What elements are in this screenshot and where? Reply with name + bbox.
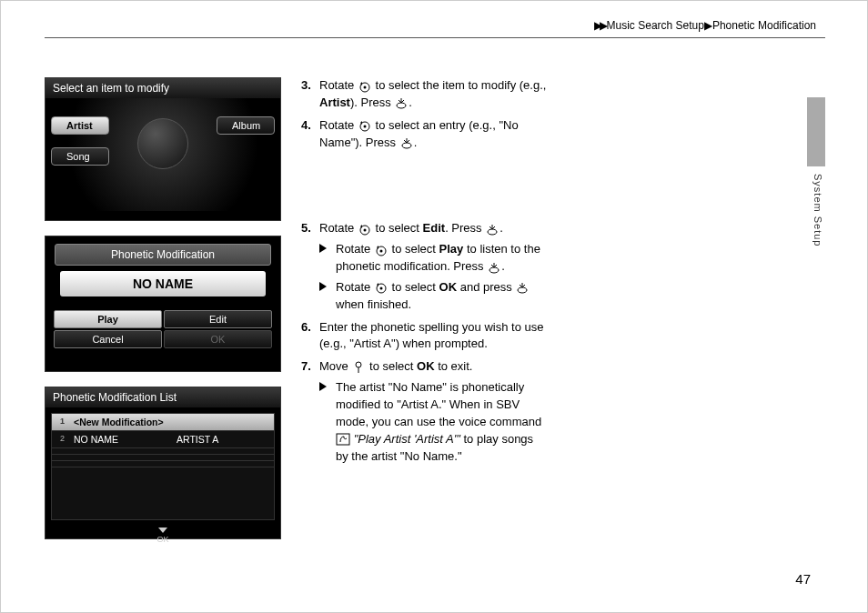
svg-point-14 xyxy=(518,287,527,293)
svg-point-11 xyxy=(490,267,499,273)
list-row-empty xyxy=(52,448,274,455)
svg-point-13 xyxy=(379,287,382,290)
rotate-dial-icon xyxy=(374,281,389,294)
cancel-button: Cancel xyxy=(54,330,162,348)
option-album: Album xyxy=(217,116,275,135)
chevron-down-icon xyxy=(158,528,167,533)
screenshot-select-item: Select an item to modify Artist Album So… xyxy=(45,77,281,221)
breadcrumb: ▶▶Music Search Setup▶Phonetic Modificati… xyxy=(45,19,825,38)
screenshot-phonetic-modification: Phonetic Modification NO NAME Play Edit … xyxy=(45,236,281,372)
svg-point-8 xyxy=(488,229,497,235)
page-number: 47 xyxy=(795,571,811,587)
screen-title: Phonetic Modification List xyxy=(45,387,280,407)
breadcrumb-item-1: Music Search Setup xyxy=(607,19,704,32)
press-button-icon xyxy=(399,136,414,149)
step-7: 7. Move to select OK to exit. The artist… xyxy=(301,358,547,465)
option-artist: Artist xyxy=(51,116,109,135)
instructions: 3. Rotate to select the item to modify (… xyxy=(301,77,547,470)
bullet-arrow-icon xyxy=(319,382,327,391)
svg-point-5 xyxy=(402,143,411,148)
option-song: Song xyxy=(51,147,109,166)
bullet-arrow-icon xyxy=(319,282,327,291)
rotate-dial-icon xyxy=(358,223,372,236)
press-button-icon xyxy=(394,96,409,109)
screenshot-modification-list: Phonetic Modification List 1 <New Modifi… xyxy=(45,387,281,539)
step-5: 5. Rotate to select Edit. Press . Rotate… xyxy=(301,220,547,313)
dial-knob-graphic xyxy=(137,118,188,169)
step-3: 3. Rotate to select the item to modify (… xyxy=(301,77,547,112)
bullet-arrow-icon xyxy=(319,244,327,253)
svg-point-10 xyxy=(379,249,382,252)
press-button-icon xyxy=(485,223,500,236)
edit-button: Edit xyxy=(164,310,272,328)
rotate-dial-icon xyxy=(374,244,389,256)
joystick-move-icon xyxy=(351,361,366,374)
press-button-icon xyxy=(487,261,501,274)
ok-button: OK xyxy=(164,330,272,348)
play-button: Play xyxy=(54,310,162,328)
list-row: 2 NO NAME ARTIST A xyxy=(52,431,274,448)
list-row-empty xyxy=(52,461,274,467)
ok-indicator: OK xyxy=(45,526,280,548)
svg-point-7 xyxy=(363,228,366,231)
rotate-dial-icon xyxy=(358,80,372,93)
press-button-icon xyxy=(515,281,530,294)
list-row-new: 1 <New Modification> xyxy=(52,414,274,431)
step-4: 4. Rotate to select an entry (e.g., "No … xyxy=(301,117,547,152)
selected-entry: NO NAME xyxy=(60,271,266,296)
screen-title: Select an item to modify xyxy=(45,78,280,98)
voice-command-icon xyxy=(336,433,350,446)
svg-point-15 xyxy=(356,362,361,367)
svg-rect-17 xyxy=(337,434,349,445)
svg-point-4 xyxy=(363,126,366,128)
svg-point-1 xyxy=(363,85,366,88)
svg-point-2 xyxy=(397,103,406,108)
breadcrumb-item-2: Phonetic Modification xyxy=(712,19,816,32)
screen-title: Phonetic Modification xyxy=(55,244,271,266)
step-6: 6. Enter the phonetic spelling you wish … xyxy=(301,319,547,354)
rotate-dial-icon xyxy=(358,119,372,132)
list-row-empty xyxy=(52,455,274,461)
